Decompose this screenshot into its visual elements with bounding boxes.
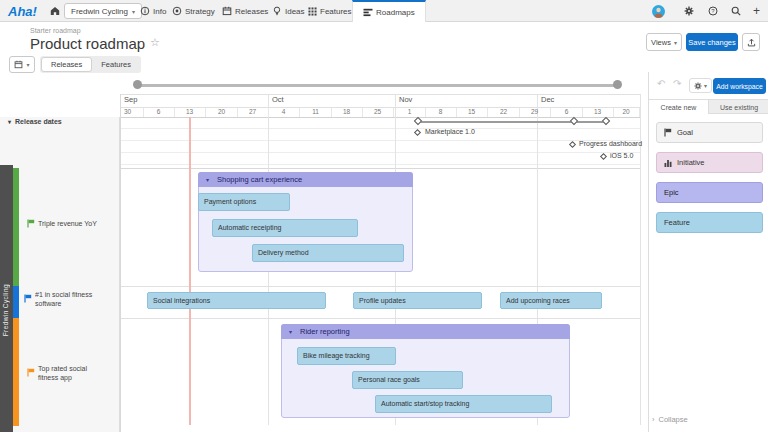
grid-line: [120, 94, 121, 432]
grid-line: [120, 164, 640, 165]
grid-line: [120, 94, 640, 95]
home-button[interactable]: [50, 0, 60, 22]
nav-item-strategy[interactable]: Strategy: [172, 0, 215, 22]
flag-icon: [24, 294, 32, 302]
chevron-down-icon: ▾: [26, 61, 29, 68]
milestone-diamond: [600, 153, 607, 160]
feature-bar-automatic-receipting[interactable]: Automatic receipting: [212, 219, 358, 237]
milestone-progress-dashboard[interactable]: Progress dashboard: [579, 140, 642, 147]
save-changes-button[interactable]: Save changes: [686, 33, 738, 51]
week-tick: 29: [519, 108, 551, 117]
nav-item-releases[interactable]: Releases: [222, 0, 268, 22]
month-label: Sep: [124, 95, 137, 104]
target-icon: [172, 6, 182, 16]
milestone-diamond[interactable]: [602, 117, 610, 125]
aha-roadmap-page: Aha! Fredwin Cycling ▾ Info Strategy: [0, 0, 768, 432]
flag-icon: [664, 128, 672, 137]
slider-handle-left[interactable]: [133, 80, 142, 89]
feature-bar-delivery-method[interactable]: Delivery method: [252, 244, 404, 262]
milestone-marketplace[interactable]: Marketplace 1.0: [425, 128, 475, 135]
lightbulb-icon: [272, 6, 282, 16]
top-nav: Aha! Fredwin Cycling ▾ Info Strategy: [0, 0, 768, 22]
goal-triple-revenue[interactable]: Triple revenue YoY: [38, 220, 116, 229]
toggle-releases[interactable]: Releases: [41, 57, 92, 72]
tab-use-existing[interactable]: Use existing: [709, 99, 768, 114]
add-button[interactable]: +: [753, 0, 760, 22]
calendar-icon: [14, 60, 23, 69]
add-workspace-label: Add workspace: [716, 83, 762, 90]
feature-bar-personal-race-goals[interactable]: Personal race goals: [352, 371, 463, 389]
release-dates-section-toggle[interactable]: ▾ Release dates: [8, 118, 62, 125]
nav-item-ideas[interactable]: Ideas: [272, 0, 305, 22]
chevron-down-icon[interactable]: ▾: [206, 173, 209, 188]
milestone-diamond[interactable]: [414, 117, 422, 125]
week-tick: 11: [300, 108, 332, 117]
redo-icon[interactable]: ↷: [673, 78, 681, 89]
week-tick: 6: [551, 108, 583, 117]
slider-handle-right[interactable]: [613, 80, 622, 89]
feature-bar-social-integrations[interactable]: Social integrations: [147, 292, 326, 309]
bar-chart-icon: [664, 159, 672, 167]
favorite-star-icon[interactable]: ☆: [150, 36, 160, 49]
feature-bar-profile-updates[interactable]: Profile updates: [353, 292, 482, 309]
milestone-diamond[interactable]: [570, 117, 578, 125]
week-tick: 6: [143, 108, 175, 117]
card-feature[interactable]: Feature: [656, 212, 763, 233]
undo-icon[interactable]: ↶: [657, 78, 665, 89]
card-initiative[interactable]: Initiative: [656, 152, 763, 173]
month-label: Dec: [541, 95, 554, 104]
goal-color-bar-blue: [13, 286, 19, 318]
feature-bar-bike-mileage[interactable]: Bike mileage tracking: [297, 347, 396, 365]
calendar-icon: [222, 6, 232, 16]
help-button[interactable]: ?: [708, 0, 718, 22]
tab-create-new[interactable]: Create new: [649, 99, 709, 114]
nav-item-releases-label: Releases: [235, 7, 268, 16]
panel-settings-dropdown[interactable]: ▾: [689, 78, 712, 93]
release-dates-label: Release dates: [15, 118, 62, 125]
nav-item-info[interactable]: Info: [140, 0, 166, 22]
goal-color-bar-green: [13, 168, 19, 286]
nav-item-features[interactable]: Features: [308, 0, 352, 22]
settings-button[interactable]: [684, 0, 694, 22]
goal-social-fitness[interactable]: #1 in social fitness software: [35, 291, 113, 308]
chevron-down-icon: ▾: [674, 39, 677, 46]
nav-item-features-label: Features: [320, 7, 352, 16]
save-changes-label: Save changes: [688, 38, 736, 47]
toggle-features[interactable]: Features: [92, 57, 140, 72]
week-tick: 8: [425, 108, 457, 117]
export-button[interactable]: [742, 33, 760, 51]
aha-logo[interactable]: Aha!: [8, 0, 37, 22]
grid-icon: [308, 7, 317, 16]
chevron-right-icon: ›: [652, 415, 655, 424]
feature-bar-auto-start-stop[interactable]: Automatic start/stop tracking: [375, 395, 552, 413]
week-tick: 22: [488, 108, 520, 117]
epic-rider-reporting-header[interactable]: Rider reporting: [281, 324, 570, 339]
timeline-range-slider[interactable]: [137, 84, 617, 87]
feature-bar-add-upcoming-races[interactable]: Add upcoming races: [500, 292, 602, 309]
collapse-panel-button[interactable]: › Collapse: [652, 415, 688, 424]
chevron-down-icon: ▾: [132, 8, 135, 15]
card-epic[interactable]: Epic: [656, 182, 763, 203]
views-dropdown[interactable]: Views ▾: [646, 33, 682, 51]
user-avatar[interactable]: [652, 0, 665, 22]
nav-tab-roadmaps[interactable]: Roadmaps: [352, 0, 426, 22]
grid-line: [120, 152, 640, 153]
flag-icon: [27, 219, 35, 227]
gear-icon: [694, 82, 702, 90]
timeframe-dropdown[interactable]: ▾: [9, 56, 35, 73]
add-workspace-button[interactable]: Add workspace: [713, 78, 766, 94]
week-tick: 25: [362, 108, 394, 117]
week-tick: 30: [112, 108, 144, 117]
milestone-ios[interactable]: iOS 5.0: [610, 152, 633, 159]
goal-top-rated[interactable]: Top rated social fitness app: [38, 365, 108, 382]
nav-item-strategy-label: Strategy: [185, 7, 215, 16]
roadmap-eyebrow: Starter roadmap: [30, 27, 81, 34]
chevron-down-icon: ▾: [704, 82, 707, 89]
chevron-down-icon[interactable]: ▾: [289, 325, 292, 340]
home-icon: [50, 6, 60, 16]
feature-bar-payment-options[interactable]: Payment options: [198, 193, 290, 211]
epic-shopping-cart-header[interactable]: Shopping cart experience: [198, 172, 413, 187]
search-button[interactable]: [731, 0, 741, 22]
card-goal[interactable]: Goal: [656, 122, 763, 143]
workspace-selector[interactable]: Fredwin Cycling ▾: [64, 3, 142, 19]
